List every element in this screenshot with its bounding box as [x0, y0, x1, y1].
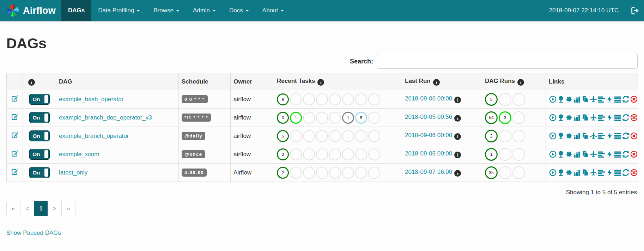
landing-times-icon[interactable]	[590, 169, 597, 176]
task-status-circle-success-0[interactable]: 2	[277, 167, 289, 179]
refresh-icon[interactable]	[622, 169, 630, 176]
task-tries-icon[interactable]	[582, 169, 589, 176]
dag-pause-toggle[interactable]: On	[29, 149, 50, 160]
task-status-circle-none-1[interactable]	[290, 93, 302, 105]
edit-dag-icon[interactable]	[11, 168, 18, 176]
graph-view-icon[interactable]	[565, 114, 573, 121]
info-icon[interactable]: i	[454, 133, 461, 140]
graph-view-icon[interactable]	[565, 151, 573, 158]
dag-run-status-circle-none-2[interactable]	[512, 93, 525, 106]
gantt-icon[interactable]	[598, 169, 605, 176]
delete-icon[interactable]	[630, 132, 638, 140]
dag-link[interactable]: example_bash_operator	[59, 96, 123, 103]
dag-run-status-circle-none-2[interactable]	[512, 130, 525, 142]
refresh-icon[interactable]	[622, 114, 630, 121]
dag-link[interactable]: example_xcom	[59, 151, 99, 158]
task-status-circle-up_for_reschedule-6[interactable]: 5	[355, 112, 367, 124]
logs-icon[interactable]	[614, 169, 621, 176]
page-button-blank[interactable]: »	[61, 201, 75, 216]
gantt-icon[interactable]	[598, 151, 605, 158]
task-status-circle-none-2[interactable]	[303, 93, 315, 105]
graph-view-icon[interactable]	[565, 96, 573, 103]
edit-dag-icon[interactable]	[11, 95, 18, 102]
search-input[interactable]	[377, 54, 638, 69]
dag-run-status-circle-running-1[interactable]: 3	[499, 111, 511, 124]
dag-pause-toggle[interactable]: On	[29, 130, 50, 141]
task-tries-icon[interactable]	[582, 132, 589, 140]
task-status-circle-none-5[interactable]	[342, 93, 354, 105]
dag-link[interactable]: latest_only	[59, 169, 87, 176]
page-button-blank[interactable]: «	[6, 201, 20, 216]
task-status-circle-none-5[interactable]	[342, 148, 354, 160]
task-status-circle-none-5[interactable]	[342, 130, 354, 142]
tree-view-icon[interactable]	[557, 132, 565, 140]
code-icon[interactable]	[606, 151, 613, 158]
task-duration-icon[interactable]	[573, 132, 581, 140]
task-status-circle-none-4[interactable]	[329, 93, 341, 105]
refresh-icon[interactable]	[622, 151, 630, 158]
dag-run-status-circle-none-2[interactable]	[512, 148, 525, 161]
last-run-link[interactable]: 2018-09-07 16:00	[405, 169, 452, 175]
task-status-circle-running-1[interactable]: 1	[290, 112, 302, 124]
dag-run-status-circle-none-1[interactable]	[499, 166, 511, 179]
dag-run-status-circle-success-0[interactable]: 35	[485, 166, 498, 179]
delete-icon[interactable]	[630, 96, 638, 103]
task-status-circle-success-0[interactable]: 5	[277, 130, 289, 142]
dag-run-status-circle-none-1[interactable]	[499, 93, 511, 106]
info-icon[interactable]: i	[517, 79, 524, 86]
trigger-icon[interactable]	[549, 169, 557, 176]
page-button-blank[interactable]: <	[20, 201, 34, 216]
refresh-icon[interactable]	[622, 132, 630, 140]
info-icon[interactable]: i	[454, 170, 461, 177]
task-tries-icon[interactable]	[582, 114, 589, 121]
info-icon[interactable]: i	[433, 79, 440, 86]
logs-icon[interactable]	[614, 96, 621, 103]
task-status-circle-none-6[interactable]	[355, 93, 367, 105]
task-status-circle-none-6[interactable]	[355, 167, 367, 179]
task-status-circle-none-1[interactable]	[290, 148, 302, 160]
graph-view-icon[interactable]	[565, 132, 573, 140]
info-icon[interactable]: i	[28, 79, 35, 86]
task-status-circle-none-7[interactable]	[368, 112, 380, 124]
task-status-circle-none-4[interactable]	[329, 130, 341, 142]
landing-times-icon[interactable]	[590, 114, 597, 121]
nav-item-dags[interactable]: DAGs	[61, 0, 91, 21]
task-status-circle-none-2[interactable]	[303, 167, 315, 179]
dag-run-status-circle-none-2[interactable]	[512, 111, 525, 124]
task-status-circle-none-1[interactable]	[290, 130, 302, 142]
last-run-link[interactable]: 2018-09-06 00:00	[405, 132, 452, 139]
nav-item-data-profiling[interactable]: Data Profiling	[91, 0, 147, 21]
dag-pause-toggle[interactable]: On	[29, 167, 50, 178]
last-run-link[interactable]: 2018-09-05 00:00	[405, 150, 452, 157]
task-status-circle-success-0[interactable]: 3	[277, 148, 289, 160]
dag-link[interactable]: example_branch_operator	[59, 133, 129, 139]
task-status-circle-none-3[interactable]	[316, 112, 328, 124]
task-status-circle-none-4[interactable]	[329, 167, 341, 179]
tree-view-icon[interactable]	[557, 169, 565, 176]
edit-dag-icon[interactable]	[11, 150, 18, 157]
info-icon[interactable]: i	[454, 152, 461, 158]
code-icon[interactable]	[606, 169, 613, 176]
page-button-1[interactable]: 1	[34, 201, 48, 216]
info-icon[interactable]: i	[454, 97, 461, 103]
info-icon[interactable]: i	[454, 115, 461, 122]
dag-run-status-circle-none-1[interactable]	[499, 148, 511, 161]
dag-link[interactable]: example_branch_dop_operator_v3	[59, 114, 152, 121]
tree-view-icon[interactable]	[557, 151, 565, 158]
nav-item-admin[interactable]: Admin	[186, 0, 223, 21]
page-button-blank[interactable]: >	[48, 201, 62, 216]
task-status-circle-queued-5[interactable]: 1	[342, 112, 354, 124]
task-status-circle-none-5[interactable]	[342, 167, 354, 179]
edit-dag-icon[interactable]	[11, 113, 18, 121]
task-status-circle-none-2[interactable]	[303, 130, 315, 142]
logs-icon[interactable]	[614, 114, 621, 121]
task-status-circle-none-3[interactable]	[316, 167, 328, 179]
refresh-icon[interactable]	[622, 96, 630, 103]
trigger-icon[interactable]	[549, 132, 557, 140]
task-status-circle-none-2[interactable]	[303, 112, 315, 124]
task-status-circle-none-7[interactable]	[368, 167, 380, 179]
last-run-link[interactable]: 2018-09-06 00:00	[405, 95, 452, 102]
last-run-link[interactable]: 2018-09-05 00:56	[405, 114, 452, 120]
dag-run-status-circle-success-0[interactable]: 54	[485, 111, 498, 124]
delete-icon[interactable]	[630, 169, 638, 176]
